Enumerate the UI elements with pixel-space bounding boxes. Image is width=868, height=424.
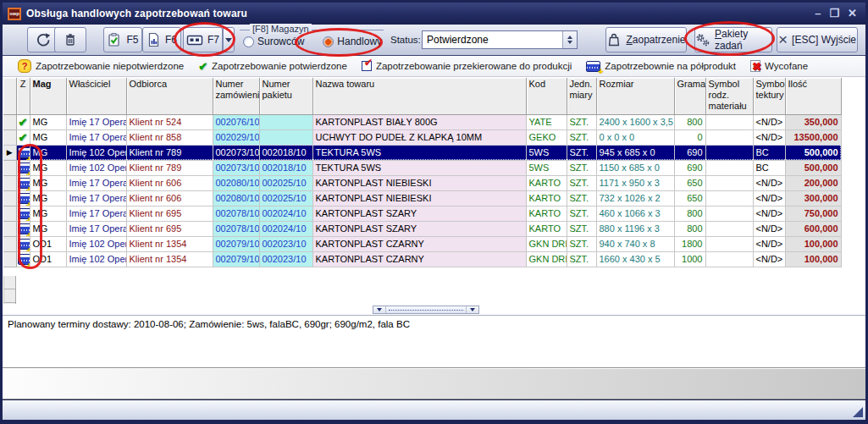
col-ilosc[interactable]: Ilość <box>785 78 841 114</box>
status-combobox[interactable]: Potwierdzone <box>422 30 578 49</box>
pakiety-zadan-button[interactable]: Pakiety zadań <box>694 27 772 52</box>
legend-status-icon <box>750 60 760 72</box>
cell-nazwa-towaru: KARTONPLAST CZARNY <box>312 251 526 267</box>
col-numer-pakietu[interactable]: Numer pakietu <box>259 78 312 114</box>
table-row[interactable]: OD1 Imię 102 Opera Klient nr 1354 002079… <box>3 236 841 251</box>
collapse-left-button[interactable] <box>373 306 386 313</box>
cell-ilosc: 200,000 <box>785 175 841 190</box>
table-row[interactable]: MG Imię 17 Operat Klient nr 858 002029/1… <box>3 129 841 145</box>
zaopatrzenie-button[interactable]: Zaopatrzenie <box>605 27 687 52</box>
cell-wlasciciel: Imię 102 Opera <box>66 251 126 267</box>
collapse-right-button[interactable] <box>466 306 478 313</box>
cell-nazwa-towaru: KARTONPLAST SZARY <box>312 206 526 221</box>
cell-mag: MG <box>30 190 66 206</box>
cell-rozmiar: 2400 x 1600 x 3,5 <box>596 114 674 129</box>
cell-symbol-rodz <box>705 206 753 221</box>
table-row[interactable]: OD1 Imię 102 Opera Klient nr 1354 002079… <box>3 251 841 267</box>
cell-symbol-rodz <box>705 129 753 145</box>
cell-kod: GEKO <box>526 129 567 145</box>
splitter-handle[interactable] <box>389 310 463 311</box>
cell-jedn-miary: SZT. <box>567 251 596 267</box>
close-button[interactable]: ✕ <box>848 8 857 19</box>
cell-kod: 5WS <box>526 160 567 175</box>
col-odbiorca[interactable]: Odbiorca <box>126 78 213 114</box>
cell-kod: KARTO <box>526 206 567 221</box>
cell-ilosc: 100,000 <box>785 251 841 267</box>
resize-grip-icon[interactable] <box>853 407 863 417</box>
row-marker <box>3 114 16 129</box>
window-title: Obsługa handlowych zapotrzebowań towaru <box>26 8 810 19</box>
col-numer-zamowienia[interactable]: Numer zamówienia <box>213 78 259 114</box>
cell-mag: MG <box>30 129 66 145</box>
table-row[interactable]: MG Imię 102 Opera Klient nr 789 002073/1… <box>3 160 841 175</box>
table-row[interactable]: MG Imię 17 Operat Klient nr 606 002080/1… <box>3 175 841 190</box>
delete-button[interactable] <box>54 27 86 52</box>
spinner-icon[interactable] <box>562 31 577 48</box>
cell-symbol-rodz <box>705 160 753 175</box>
cell-numer-pakietu: 002023/10 <box>259 236 312 251</box>
cell-numer-pakietu: 002024/10 <box>259 221 312 236</box>
cell-nazwa-towaru: KARTONPLAST NIEBIESKI <box>312 175 526 190</box>
status-bar <box>3 367 865 399</box>
cell-odbiorca: Klient nr 695 <box>126 206 213 221</box>
legend-item: Zapotrzebowanie potwierdzone <box>198 60 347 73</box>
cell-jedn-miary: SZT. <box>567 206 596 221</box>
cell-kod: GKN DRI <box>526 251 567 267</box>
row-marker: ▶ <box>3 145 16 160</box>
confirm-f5-button[interactable]: F5 <box>103 27 142 52</box>
cell-wlasciciel: Imię 102 Opera <box>66 145 126 160</box>
row-marker <box>3 236 16 251</box>
legend-item-label: Zapotrzebowanie przekierowane do produkc… <box>376 61 572 71</box>
report-f6-button[interactable]: F6 <box>142 27 181 52</box>
col-nazwa-towaru[interactable]: Nazwa towaru <box>312 78 526 114</box>
cell-numer-zamowienia: 002080/10 <box>213 175 259 190</box>
cell-numer-zamowienia: 002078/10 <box>213 221 259 236</box>
cell-rozmiar: 940 x 740 x 8 <box>596 236 674 251</box>
f7-dropdown-button[interactable] <box>223 27 235 52</box>
cell-odbiorca: Klient nr 789 <box>126 145 213 160</box>
col-kod[interactable]: Kod <box>526 78 567 114</box>
table-row[interactable]: MG Imię 17 Operat Klient nr 606 002080/1… <box>3 190 841 206</box>
row-marker <box>3 251 16 267</box>
table-row[interactable]: MG Imię 17 Operat Klient nr 695 002078/1… <box>3 206 841 221</box>
cell-nazwa-towaru: KARTONPLAST BIAŁY 800G <box>312 114 526 129</box>
col-symbol-tektury[interactable]: Symbol tektury <box>753 78 785 114</box>
col-gramatura[interactable]: Gramat <box>674 78 705 114</box>
row-status-icon <box>16 160 30 175</box>
maximize-button[interactable]: ❒ <box>829 8 839 19</box>
col-mag[interactable]: Mag <box>30 78 66 114</box>
row-marker <box>3 175 16 190</box>
cell-mag: MG <box>30 206 66 221</box>
cell-nazwa-towaru: UCHWYT DO PUDEŁ Z KLAPKĄ 10MM <box>312 129 526 145</box>
cell-kod: YATE <box>526 114 567 129</box>
radio-handlowy[interactable]: Handlowy <box>323 36 382 47</box>
cell-symbol-rodz <box>705 114 753 129</box>
table-row[interactable]: MG Imię 17 Operat Klient nr 695 002078/1… <box>3 221 841 236</box>
col-wlasciciel[interactable]: Właściciel <box>66 78 126 114</box>
document-chart-icon <box>147 32 161 47</box>
cell-symbol-tektury: <N/D> <box>753 206 785 221</box>
cell-wlasciciel: Imię 17 Operat <box>66 114 126 129</box>
table-row[interactable]: ▶ MG Imię 102 Opera Klient nr 789 002073… <box>3 145 841 160</box>
table-row[interactable]: MG Imię 17 Operat Klient nr 524 002076/1… <box>3 114 841 129</box>
refresh-icon <box>35 31 52 48</box>
cell-gramatura: 1000 <box>674 251 705 267</box>
cell-mag: MG <box>30 221 66 236</box>
cell-mag: MG <box>30 145 66 160</box>
cell-gramatura: 800 <box>674 221 705 236</box>
cell-ilosc: 500,000 <box>785 145 841 160</box>
col-symbol-rodz-materialu[interactable]: Symbol rodz. materiału <box>705 78 753 114</box>
wyjscie-label: [ESC] Wyjście <box>792 34 856 46</box>
cell-symbol-rodz <box>705 251 753 267</box>
package-f7-button[interactable]: F7 <box>183 27 223 52</box>
col-jedn-miary[interactable]: Jedn. miary <box>567 78 596 114</box>
col-rozmiar[interactable]: Rozmiar <box>596 78 674 114</box>
row-marker <box>3 190 16 206</box>
minimize-button[interactable]: – <box>815 8 821 19</box>
f6-label: F6 <box>165 34 177 46</box>
splitter-collapse-widget[interactable] <box>373 306 479 314</box>
radio-surowcow[interactable]: Surowców <box>243 36 304 47</box>
col-z[interactable]: Z <box>16 78 30 114</box>
wyjscie-button[interactable]: × [ESC] Wyjście <box>777 27 858 52</box>
cell-symbol-rodz <box>705 221 753 236</box>
